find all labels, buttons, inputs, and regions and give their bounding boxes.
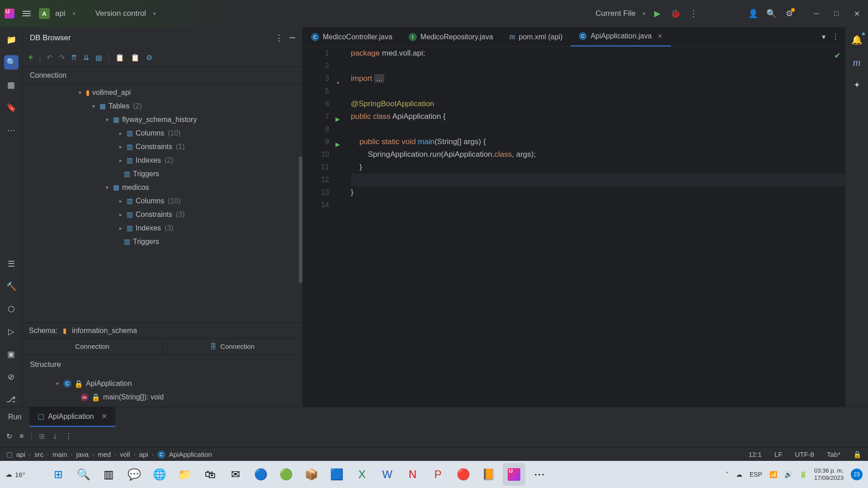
chrome-icon[interactable]: 🟢	[275, 463, 297, 486]
edge-icon[interactable]: 🌐	[148, 463, 171, 486]
sublime-icon[interactable]: 📙	[477, 463, 500, 486]
structure-class-node[interactable]: ▾C🔒ApiApplication	[23, 377, 302, 390]
indent-setting[interactable]: Tab*	[827, 450, 840, 459]
run-tab-label[interactable]: Run	[0, 407, 29, 427]
start-button[interactable]: ⊞	[47, 463, 70, 486]
connection-tab[interactable]: Connection	[23, 338, 163, 354]
more-tools-icon[interactable]: ⋯	[4, 123, 19, 137]
indexes-node[interactable]: ▸▥Indexes (3)	[23, 221, 302, 235]
excel-icon[interactable]: X	[351, 463, 373, 486]
tables-node[interactable]: ▾▦Tables (2)	[23, 99, 302, 113]
tab-more-icon[interactable]: ⋮	[832, 33, 839, 41]
notifications-icon[interactable]: 🔔	[849, 33, 864, 47]
schema-selector[interactable]: Schema: ▮ information_schema	[23, 323, 302, 338]
overflow-icon[interactable]: ⋯	[528, 463, 551, 486]
code-editor[interactable]: ✔ package med.voll.api; import ... @Spri…	[335, 47, 845, 407]
columns-node[interactable]: ▸▥Columns (10)	[23, 194, 302, 208]
editor-tab[interactable]: mpom.xml (api)	[501, 27, 571, 47]
volume-icon[interactable]: 🔊	[784, 471, 792, 478]
battery-icon[interactable]: 🔋	[799, 471, 807, 478]
crumb[interactable]: api	[139, 450, 148, 458]
structure-tool-icon[interactable]: ▦	[4, 78, 19, 92]
debug-button[interactable]: 🐞	[669, 7, 682, 20]
run-more-button[interactable]: ⋮	[65, 432, 72, 441]
inspection-ok-icon[interactable]: ✔	[834, 51, 841, 61]
crumb[interactable]: ApiApplication	[169, 450, 212, 458]
close-button[interactable]: ✕	[850, 8, 863, 20]
mail-icon[interactable]: ✉	[224, 463, 247, 486]
weather-widget[interactable]: ☁16°	[5, 470, 25, 479]
run-tool-icon[interactable]: ▷	[4, 324, 19, 339]
db-node[interactable]: ▾▮vollmed_api	[23, 86, 302, 99]
more-actions-button[interactable]: ⋮	[687, 7, 700, 20]
table-node[interactable]: ▾▦flyway_schema_history	[23, 113, 302, 127]
terminal-tool-icon[interactable]: ▣	[4, 347, 19, 361]
triggers-node[interactable]: ▥Triggers	[23, 167, 302, 181]
db-settings-button[interactable]: ⚙	[146, 53, 152, 62]
onedrive-icon[interactable]: ☁	[736, 471, 742, 478]
tree-scrollbar[interactable]	[299, 156, 302, 283]
close-tab-icon[interactable]: ✕	[657, 33, 663, 40]
indexes-node[interactable]: ▸▥Indexes (2)	[23, 154, 302, 167]
intellij-taskbar-icon[interactable]	[503, 463, 525, 486]
build-tool-icon[interactable]: 🔨	[4, 279, 19, 294]
task-view-button[interactable]: ▥	[98, 463, 120, 486]
panel-minimize-icon[interactable]: ─	[289, 33, 295, 43]
sql-console-button[interactable]: 📋	[115, 53, 124, 62]
export-button[interactable]: ⤓	[52, 432, 58, 441]
refresh-button[interactable]: 📋	[131, 53, 140, 62]
run-button[interactable]: ▶	[651, 7, 664, 20]
triggers-node[interactable]: ▥Triggers	[23, 235, 302, 249]
crumb[interactable]: voll	[120, 450, 130, 458]
filter-button[interactable]: ▤	[95, 53, 102, 62]
word-icon[interactable]: W	[376, 463, 399, 486]
dropbox-icon[interactable]: 📦	[300, 463, 323, 486]
teams-icon[interactable]: 💬	[123, 463, 146, 486]
run-config-selector[interactable]: Current File	[595, 9, 636, 18]
vcs-menu[interactable]: Version control	[95, 9, 146, 18]
editor-tab-active[interactable]: CApiApplication.java✕	[571, 27, 670, 47]
notification-badge[interactable]: 23	[851, 469, 863, 480]
file-encoding[interactable]: UTF-8	[795, 450, 814, 459]
git-tool-icon[interactable]: ⎇	[4, 392, 19, 407]
constraints-node[interactable]: ▸▥Constraints (3)	[23, 208, 302, 221]
project-name[interactable]: api	[55, 9, 66, 18]
editor-tab[interactable]: CMedicoController.java	[303, 27, 401, 47]
minimize-button[interactable]: ─	[810, 8, 822, 20]
clock[interactable]: 03:36 p. m. 17/09/2023	[814, 467, 844, 481]
table-node[interactable]: ▾▦medicos	[23, 181, 302, 194]
settings-button[interactable]: ⚙	[783, 7, 796, 20]
tab-dropdown-icon[interactable]: ▾	[822, 33, 826, 41]
layout-button[interactable]: ⊞	[39, 432, 45, 441]
wifi-icon[interactable]: 📶	[769, 471, 777, 478]
main-menu-button[interactable]	[20, 8, 33, 19]
powerpoint-icon[interactable]: P	[427, 463, 449, 486]
todo-tool-icon[interactable]: ☰	[4, 257, 19, 271]
nav-forward-button[interactable]: ↷	[59, 53, 65, 62]
chrome2-icon[interactable]: 🔴	[452, 463, 475, 486]
expand-button[interactable]: ⇊	[83, 53, 89, 62]
hp-icon[interactable]: 🟦	[326, 463, 348, 486]
maven-tool-icon[interactable]: m	[849, 55, 864, 70]
store-icon[interactable]: 🛍	[199, 463, 222, 486]
maximize-button[interactable]: □	[830, 8, 842, 20]
constraints-node[interactable]: ▸▥Constraints (1)	[23, 140, 302, 154]
connection-header[interactable]: Connection	[23, 67, 302, 84]
crumb[interactable]: med	[98, 450, 111, 458]
crumb[interactable]: main	[52, 450, 67, 458]
explorer-icon[interactable]: 📁	[174, 463, 196, 486]
tray-chevron-icon[interactable]: ˄	[726, 471, 729, 478]
rerun-button[interactable]: ↻	[6, 432, 12, 441]
add-connection-button[interactable]: +	[28, 52, 33, 63]
database-tool-icon[interactable]: 🔍	[4, 55, 19, 70]
columns-node[interactable]: ▸▥Columns (10)	[23, 127, 302, 140]
project-tool-icon[interactable]: 📁	[4, 33, 19, 47]
netflix-icon[interactable]: N	[401, 463, 424, 486]
app-icon[interactable]: 🔵	[250, 463, 272, 486]
close-icon[interactable]: ✕	[101, 412, 107, 421]
readonly-lock-icon[interactable]: 🔒	[853, 450, 862, 459]
nav-back-button[interactable]: ↶	[47, 53, 52, 62]
language-indicator[interactable]: ESP	[750, 471, 762, 478]
bookmarks-tool-icon[interactable]: 🔖	[4, 100, 19, 115]
code-with-me-icon[interactable]: 👤	[747, 7, 760, 20]
